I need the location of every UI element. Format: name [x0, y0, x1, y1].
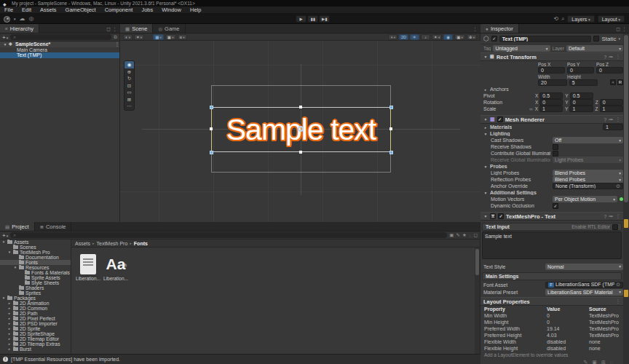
foldout-arrow-icon[interactable]: ▸: [7, 342, 12, 346]
custom-tool-button[interactable]: ⋯: [124, 103, 134, 110]
breadcrumb-leaf[interactable]: Fonts: [134, 241, 148, 246]
gizmos-button[interactable]: ⊕: [467, 34, 477, 40]
presets-icon[interactable]: ≔: [609, 54, 614, 60]
rtl-editor-checkbox[interactable]: [612, 224, 618, 230]
menu-item[interactable]: Jobs: [137, 7, 157, 13]
lock-icon[interactable]: ◻: [474, 232, 478, 238]
camera-settings-button[interactable]: ▣: [454, 34, 465, 40]
scale-z-field[interactable]: 1: [600, 106, 623, 112]
menu-item[interactable]: Window: [157, 7, 186, 13]
textmeshpro-header[interactable]: ▼ T ✓ TextMeshPro - Text ? ≔ ⋮: [480, 212, 623, 221]
tag-dropdown[interactable]: Untagged: [493, 45, 550, 52]
hidden-packages-icon[interactable]: ◌: [469, 233, 472, 238]
receive-shadows-checkbox[interactable]: [553, 144, 558, 150]
edge-handle[interactable]: [299, 106, 302, 108]
height-field[interactable]: 5: [569, 79, 598, 86]
foldout-arrow-icon[interactable]: ▼: [3, 42, 7, 47]
object-picker-icon[interactable]: ⊙: [616, 183, 620, 189]
pos-x-field[interactable]: 0: [538, 67, 565, 74]
foldout-arrow-icon[interactable]: ▼: [1, 296, 6, 300]
project-tree-item[interactable]: Style Sheets: [0, 280, 71, 285]
pos-z-field[interactable]: 0: [596, 67, 623, 74]
effects-button[interactable]: ✦: [432, 34, 442, 40]
mesh-renderer-header[interactable]: ▼ ▦ ✓ Mesh Renderer ? ≔ ⋮: [480, 115, 623, 124]
help-icon[interactable]: ?: [604, 55, 606, 60]
layout-properties-header[interactable]: Layout Properties ⋮: [480, 297, 623, 306]
font-asset-field[interactable]: F LiberationSans SDF (TMP_Font Asset) ⊙: [545, 282, 623, 288]
foldout-arrow-icon[interactable]: ▼: [13, 266, 17, 269]
light-probes-dropdown[interactable]: Blend Probes: [553, 170, 623, 176]
object-picker-icon[interactable]: ⊙: [616, 282, 620, 288]
scene-options-icon[interactable]: ⋮: [115, 41, 120, 47]
edge-handle[interactable]: [389, 127, 392, 130]
view-tool-button[interactable]: ◉: [124, 61, 134, 68]
scale-x-field[interactable]: 1: [539, 106, 563, 112]
blueprint-mode-button[interactable]: ▫: [610, 79, 616, 85]
visibility-button[interactable]: ◉: [443, 34, 453, 40]
progress-icon[interactable]: ◌: [610, 360, 613, 364]
foldout-arrow-icon[interactable]: ▸: [7, 347, 12, 351]
foldout-arrow-icon[interactable]: ▸: [7, 327, 12, 331]
2d-toggle-button[interactable]: 2D: [399, 34, 408, 40]
object-name-field[interactable]: Text (TMP): [499, 36, 592, 42]
motion-vectors-dropdown[interactable]: Per Object Motion: [553, 196, 617, 202]
lock-icon[interactable]: ◻: [616, 24, 620, 33]
account-icon[interactable]: [4, 16, 10, 23]
foldout-arrow-icon[interactable]: ▼: [483, 132, 488, 136]
component-enabled-checkbox[interactable]: ✓: [497, 116, 503, 122]
search-by-label-icon[interactable]: ✎: [456, 232, 459, 238]
scene-canvas[interactable]: Sample text ◉ ⊕ ↻ ⊡ ▭ ⊞ ⋯: [120, 41, 480, 222]
contribute-gi-checkbox[interactable]: [553, 151, 558, 157]
play-button[interactable]: ▶: [296, 15, 306, 23]
project-tree-item[interactable]: Scenes: [0, 245, 71, 250]
project-tree-item[interactable]: ▸ 2D Tilemap Editor: [0, 336, 71, 341]
lighting-label[interactable]: Lighting: [490, 131, 510, 136]
corner-handle[interactable]: [389, 151, 393, 154]
layers-dropdown[interactable]: Layers: [567, 15, 594, 23]
breadcrumb-root[interactable]: Assets: [75, 241, 90, 246]
project-tree-item[interactable]: ▸ 2D Common: [0, 306, 71, 311]
tab-console[interactable]: ≣ Console: [35, 222, 72, 231]
menu-item[interactable]: Assets: [36, 7, 61, 13]
project-search-input[interactable]: ⌕: [10, 232, 447, 238]
rotation-z-field[interactable]: 0: [600, 99, 623, 106]
kebab-menu-icon[interactable]: ⋮: [616, 54, 621, 60]
project-tree-item[interactable]: ▸ 2D Pixel Perfect: [0, 316, 71, 321]
project-tree-item[interactable]: ▸ 2D Path: [0, 311, 71, 316]
grid-snapping-button[interactable]: ▦: [153, 34, 164, 40]
account-caret-icon[interactable]: ▾: [14, 17, 16, 21]
probes-label[interactable]: Probes: [490, 164, 507, 169]
static-caret-icon[interactable]: ▾: [618, 36, 620, 41]
cloud-icon[interactable]: ☁: [20, 15, 25, 23]
corner-handle[interactable]: [210, 106, 213, 109]
pos-y-field[interactable]: 0: [567, 67, 594, 74]
project-tree-item[interactable]: Fonts: [0, 260, 71, 265]
tool-settings-button[interactable]: ✦: [134, 34, 144, 40]
rotation-x-field[interactable]: 0: [539, 99, 563, 106]
kebab-menu-icon[interactable]: ⋮: [616, 116, 621, 122]
main-settings-section[interactable]: Main Settings: [482, 272, 622, 280]
move-tool-button[interactable]: ⊕: [124, 68, 134, 76]
foldout-arrow-icon[interactable]: ▸: [483, 125, 488, 130]
create-object-button[interactable]: +: [2, 34, 8, 41]
project-tree-item[interactable]: ▼ TextMesh Pro: [0, 250, 71, 255]
asset-item[interactable]: Aa Liberation...: [103, 254, 128, 281]
foldout-arrow-icon[interactable]: ▸: [7, 317, 12, 320]
menu-item[interactable]: Help: [186, 7, 205, 13]
corner-handle[interactable]: [389, 106, 393, 109]
scrollbar-thumb[interactable]: [475, 249, 479, 275]
pivot-x-field[interactable]: 0.5: [539, 92, 563, 99]
view-options-button[interactable]: ◐: [123, 34, 132, 40]
edge-handle[interactable]: [299, 151, 302, 154]
presets-icon[interactable]: ≔: [609, 213, 614, 219]
audio-toggle-button[interactable]: ♪: [421, 34, 430, 40]
additional-settings-label[interactable]: Additional Settings: [490, 190, 537, 195]
dynamic-occlusion-checkbox[interactable]: ✓: [553, 203, 558, 209]
foldout-arrow-icon[interactable]: ▼: [483, 165, 488, 169]
search-by-type-icon[interactable]: ▣: [449, 232, 454, 238]
project-tree-item[interactable]: ▼ Packages: [0, 296, 71, 301]
text-input-area[interactable]: Sample text: [482, 232, 622, 259]
help-icon[interactable]: ?: [604, 214, 606, 219]
foldout-arrow-icon[interactable]: ▸: [7, 306, 12, 310]
hierarchy-item[interactable]: Main Camera: [0, 47, 119, 53]
